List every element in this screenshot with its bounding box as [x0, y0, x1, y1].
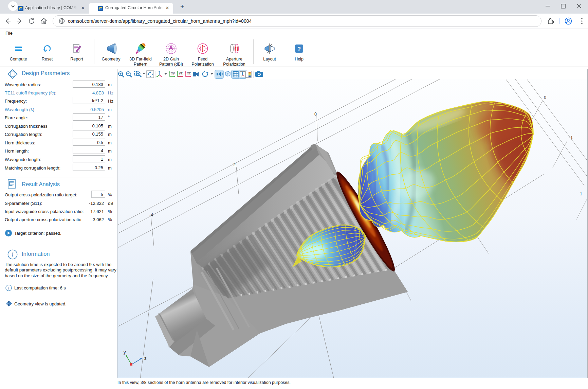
svg-text:z: z — [144, 356, 147, 361]
svg-text:-2: -2 — [232, 162, 236, 167]
svg-text:yz: yz — [179, 71, 183, 75]
svg-text:i: i — [8, 286, 9, 290]
svg-text:xy: xy — [171, 71, 175, 75]
svg-text:0: 0 — [544, 95, 546, 100]
svg-text:y: y — [124, 350, 126, 355]
svg-text:?: ? — [297, 46, 301, 52]
svg-text:xz: xz — [187, 71, 191, 75]
svg-text:1: 1 — [580, 192, 582, 196]
svg-text:0: 0 — [314, 112, 317, 117]
svg-text:i: i — [12, 251, 13, 258]
svg-text:-4: -4 — [149, 213, 153, 217]
svg-text:-1: -1 — [569, 135, 573, 140]
